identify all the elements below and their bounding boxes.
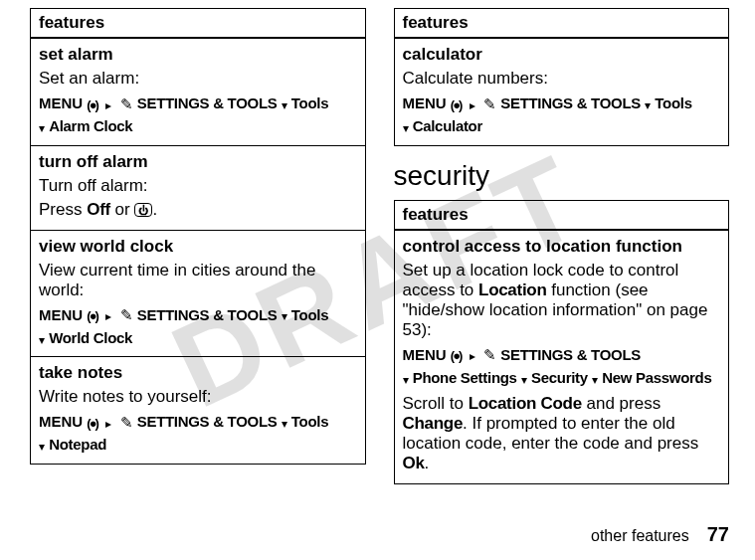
settings-tools-label: SETTINGS & TOOLS — [137, 413, 278, 430]
features-table-security: features control access to location func… — [394, 200, 730, 485]
menu-last: Calculator — [413, 117, 482, 134]
right-arrow-icon — [105, 304, 111, 327]
down-arrow-icon — [39, 435, 45, 458]
period: . — [152, 200, 157, 219]
settings-tools-label: SETTINGS & TOOLS — [500, 346, 641, 363]
page-content: features set alarm Set an alarm: MENU SE… — [30, 8, 729, 498]
row-desc: Turn off alarm: — [39, 176, 357, 196]
menu-path: MENU SETTINGS & TOOLS Phone Settings Sec… — [403, 344, 721, 391]
center-key-icon — [87, 304, 97, 327]
table-row: view world clock View current time in ci… — [31, 231, 365, 358]
row-desc: Write notes to yourself: — [39, 387, 357, 407]
down-arrow-icon — [282, 412, 287, 435]
tools-icon — [120, 412, 133, 435]
menu-path: MENU SETTINGS & TOOLS Tools Calculator — [403, 93, 721, 139]
security-label: Security — [531, 369, 588, 386]
row-desc: View current time in cities around the w… — [39, 261, 357, 300]
new-passwords-label: New Passwords — [602, 369, 711, 386]
table-row: set alarm Set an alarm: MENU SETTINGS & … — [31, 39, 365, 146]
power-key-icon — [134, 203, 152, 217]
left-column: features set alarm Set an alarm: MENU SE… — [30, 8, 366, 498]
desc-part: . — [425, 454, 430, 472]
row-title: turn off alarm — [39, 152, 357, 172]
phone-settings-label: Phone Settings — [413, 369, 517, 386]
tools-label: Tools — [291, 413, 328, 430]
tools-icon — [120, 304, 133, 327]
tools-label: Tools — [291, 306, 328, 323]
menu-label: MENU — [403, 346, 447, 363]
tools-icon — [483, 93, 496, 116]
row-title: calculator — [403, 45, 721, 65]
down-arrow-icon — [645, 93, 651, 116]
center-key-icon — [451, 93, 462, 116]
table-header: features — [395, 201, 729, 231]
settings-tools-label: SETTINGS & TOOLS — [137, 94, 278, 111]
row-title: view world clock — [39, 237, 357, 257]
down-arrow-icon — [403, 368, 409, 391]
off-label: Off — [87, 200, 110, 219]
table-header: features — [31, 9, 365, 39]
settings-tools-label: SETTINGS & TOOLS — [137, 306, 278, 323]
desc-part: and press — [582, 394, 661, 413]
down-arrow-icon — [39, 116, 45, 139]
center-key-icon — [451, 344, 462, 367]
features-table-left: features set alarm Set an alarm: MENU SE… — [30, 8, 366, 465]
row-desc: Set up a location lock code to control a… — [403, 261, 721, 340]
row-desc: Calculate numbers: — [403, 69, 721, 89]
page-footer: other features 77 — [591, 523, 729, 546]
row-desc-2: Scroll to Location Code and press Change… — [403, 394, 721, 473]
row-title: set alarm — [39, 45, 357, 65]
menu-path: MENU SETTINGS & TOOLS Tools Alarm Clock — [39, 93, 357, 139]
press-label: Press — [39, 200, 82, 219]
tools-icon — [483, 344, 496, 367]
tools-label: Tools — [655, 94, 691, 111]
menu-path: MENU SETTINGS & TOOLS Tools World Clock — [39, 304, 357, 351]
right-arrow-icon — [470, 344, 475, 367]
menu-label: MENU — [39, 94, 83, 111]
right-arrow-icon — [470, 93, 475, 116]
table-row: control access to location function Set … — [395, 231, 729, 484]
right-arrow-icon — [105, 93, 111, 116]
or-label: or — [115, 200, 130, 219]
table-row: calculator Calculate numbers: MENU SETTI… — [395, 39, 729, 145]
down-arrow-icon — [39, 328, 45, 351]
row-title: control access to location function — [403, 237, 721, 257]
table-row: turn off alarm Turn off alarm: Press Off… — [31, 146, 365, 231]
tools-icon — [120, 93, 133, 116]
location-label: Location — [478, 280, 546, 299]
center-key-icon — [87, 93, 97, 116]
menu-last: Notepad — [49, 436, 106, 453]
table-row: take notes Write notes to yourself: MENU… — [31, 357, 365, 464]
page-number: 77 — [707, 523, 729, 546]
center-key-icon — [87, 412, 97, 435]
right-column: features calculator Calculate numbers: M… — [394, 8, 730, 498]
press-line: Press Off or . — [39, 200, 357, 220]
menu-path: MENU SETTINGS & TOOLS Tools Notepad — [39, 411, 357, 458]
tools-label: Tools — [291, 94, 328, 111]
features-table-calc: features calculator Calculate numbers: M… — [394, 8, 730, 146]
security-heading: security — [394, 160, 730, 192]
location-code-label: Location Code — [469, 394, 582, 413]
down-arrow-icon — [282, 304, 287, 327]
down-arrow-icon — [521, 368, 527, 391]
change-label: Change — [403, 414, 464, 433]
row-title: take notes — [39, 363, 357, 383]
desc-part: Scroll to — [403, 394, 469, 413]
down-arrow-icon — [592, 368, 598, 391]
right-arrow-icon — [105, 412, 111, 435]
menu-last: World Clock — [49, 329, 132, 346]
menu-last: Alarm Clock — [49, 117, 132, 134]
row-desc: Set an alarm: — [39, 69, 357, 89]
ok-label: Ok — [403, 454, 425, 472]
down-arrow-icon — [403, 116, 409, 139]
down-arrow-icon — [282, 93, 287, 116]
menu-label: MENU — [39, 413, 83, 430]
menu-label: MENU — [403, 94, 447, 111]
table-header: features — [395, 9, 729, 39]
settings-tools-label: SETTINGS & TOOLS — [500, 94, 641, 111]
footer-section: other features — [591, 527, 689, 545]
menu-label: MENU — [39, 306, 83, 323]
